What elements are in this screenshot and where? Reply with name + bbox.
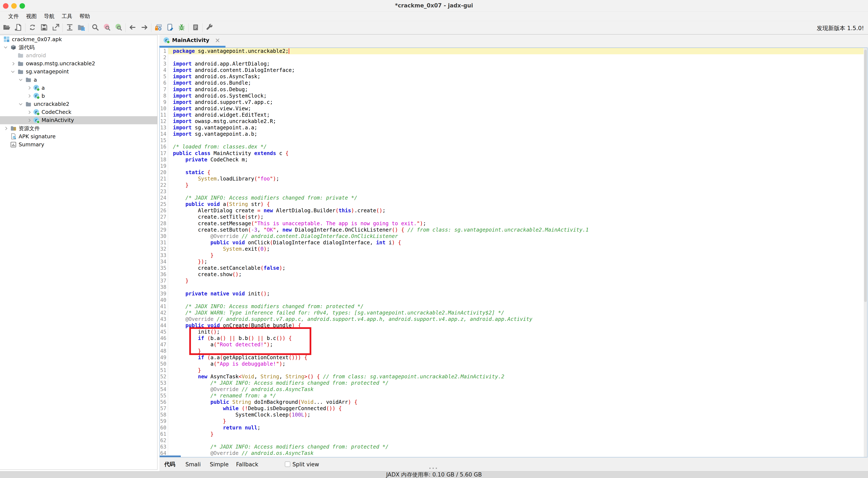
code-line-40[interactable] — [168, 297, 864, 303]
tree-item-codecheck[interactable]: cCodeCheck — [0, 108, 157, 116]
code-editor[interactable]: 1234567891011121314151617181920212223242… — [159, 48, 868, 457]
chevron-right-icon[interactable] — [26, 110, 32, 115]
tree-item-crackme_0x07-apk[interactable]: crackme_0x07.apk — [0, 35, 157, 43]
preferences-button[interactable] — [204, 23, 215, 33]
chevron-down-icon[interactable] — [18, 77, 24, 83]
chevron-down-icon[interactable] — [3, 44, 8, 50]
chevron-down-icon[interactable] — [18, 101, 24, 107]
code-line-38[interactable] — [168, 284, 864, 290]
view-tab-code[interactable]: 代码 — [164, 457, 175, 471]
chevron-right-icon[interactable] — [26, 118, 32, 123]
code-line-57[interactable]: while (!Debug.isDebuggerConnected()) { — [168, 405, 864, 412]
code-line-1[interactable]: package sg.vantagepoint.uncrackable2; — [168, 48, 864, 54]
code-line-58[interactable]: SystemClock.sleep(100L); — [168, 412, 864, 418]
panel-resize-grip[interactable] — [429, 468, 439, 469]
tree-item-summary[interactable]: Summary — [0, 140, 157, 148]
log-viewer-button[interactable] — [190, 23, 201, 33]
menu-3[interactable]: 导航 — [44, 13, 55, 20]
code-line-9[interactable]: import android.support.v7.app.c; — [168, 99, 864, 106]
code-line-25[interactable]: public void a(String str) { — [168, 201, 864, 207]
view-tab-fallback[interactable]: Fallback — [236, 457, 258, 471]
tree-item-a[interactable]: ca — [0, 84, 157, 92]
line-wrap-button[interactable] — [64, 23, 75, 33]
code-line-19[interactable] — [168, 163, 864, 169]
save-all-button[interactable] — [38, 23, 50, 33]
menu-4[interactable]: 工具 — [62, 13, 72, 20]
code-line-28[interactable]: create.setMessage("This is unacceptable.… — [168, 220, 864, 227]
code-line-36[interactable]: create.show(); — [168, 271, 864, 277]
tree-item--[interactable]: 资源文件 — [0, 124, 157, 132]
code-line-41[interactable]: /* JADX INFO: Access modifiers changed f… — [168, 303, 864, 309]
code-line-26[interactable]: AlertDialog create = new AlertDialog.Bui… — [168, 207, 864, 214]
code-line-11[interactable]: import android.widget.EditText; — [168, 112, 864, 118]
code-line-55[interactable]: /* renamed from: a */ — [168, 392, 864, 399]
menu-5[interactable]: 帮助 — [80, 13, 90, 20]
chevron-down-icon[interactable] — [10, 69, 16, 74]
code-line-32[interactable]: System.exit(0); — [168, 246, 864, 252]
code-line-62[interactable] — [168, 437, 864, 444]
code-line-49[interactable]: if (a.a(getApplicationContext())) { — [168, 354, 864, 361]
code-line-23[interactable] — [168, 188, 864, 195]
code-line-16[interactable]: /* loaded from: classes.dex */ — [168, 144, 864, 150]
chevron-right-icon[interactable] — [10, 61, 16, 66]
tree-item-mainactivity[interactable]: cMainActivity — [0, 116, 157, 124]
open-device-button[interactable] — [164, 23, 176, 33]
code-line-8[interactable]: import android.os.SystemClock; — [168, 93, 864, 99]
code-line-37[interactable]: } — [168, 277, 864, 284]
tree-item-a[interactable]: a — [0, 76, 157, 84]
tree-item-b[interactable]: cb — [0, 92, 157, 100]
code-line-3[interactable]: import android.app.AlertDialog; — [168, 61, 864, 67]
code-line-53[interactable]: /* JADX INFO: Access modifiers changed f… — [168, 380, 864, 386]
code-line-39[interactable]: private native void init(); — [168, 291, 864, 297]
tree-item-sg-vantagepoint[interactable]: sg.vantagepoint — [0, 68, 157, 76]
text-search-button[interactable] — [89, 23, 101, 33]
export-button[interactable] — [50, 23, 61, 33]
code-line-10[interactable]: import android.view.View; — [168, 106, 864, 112]
comment-search-button[interactable] — [113, 23, 124, 33]
tab-mainactivity[interactable]: c MainActivity × — [159, 35, 225, 46]
chevron-right-icon[interactable] — [26, 93, 32, 99]
code-line-12[interactable]: import owasp.mstg.uncrackable2.R; — [168, 118, 864, 124]
add-files-button[interactable] — [12, 23, 24, 33]
code-line-31[interactable]: public void onClick(DialogInterface dial… — [168, 239, 864, 246]
flat-packages-button[interactable] — [75, 23, 87, 33]
code-line-30[interactable]: @Override // android.content.DialogInter… — [168, 233, 864, 239]
vertical-scrollbar-thumb[interactable] — [864, 50, 867, 302]
code-line-63[interactable]: /* JADX INFO: Access modifiers changed f… — [168, 444, 864, 450]
vertical-scrollbar[interactable] — [864, 48, 867, 457]
open-file-button[interactable] — [1, 23, 12, 33]
code-line-17[interactable]: public class MainActivity extends c { — [168, 150, 864, 156]
code-area[interactable]: package sg.vantagepoint.uncrackable2;imp… — [168, 48, 864, 457]
code-line-29[interactable]: create.setButton(-3, "OK", new DialogInt… — [168, 227, 864, 233]
code-line-43[interactable]: @Override // android.support.v7.app.c, a… — [168, 316, 864, 322]
code-line-61[interactable]: } — [168, 431, 864, 437]
class-search-button[interactable] — [101, 23, 113, 33]
chevron-right-icon[interactable] — [26, 85, 32, 91]
code-line-2[interactable] — [168, 54, 864, 61]
code-line-21[interactable]: System.loadLibrary("foo"); — [168, 176, 864, 182]
code-line-7[interactable]: import android.os.Debug; — [168, 86, 864, 93]
code-line-4[interactable]: import android.content.DialogInterface; — [168, 67, 864, 73]
code-line-42[interactable]: /* JADX WARN: Type inference failed for:… — [168, 309, 864, 316]
code-line-15[interactable] — [168, 137, 864, 144]
tree-item-android[interactable]: android — [0, 51, 157, 59]
code-line-60[interactable]: return null; — [168, 424, 864, 431]
code-line-33[interactable]: } — [168, 252, 864, 259]
tree-item-owasp-mstg-uncrackable2[interactable]: owasp.mstg.uncrackable2 — [0, 60, 157, 68]
tree-item-apk-signature[interactable]: APK signature — [0, 132, 157, 140]
code-line-35[interactable]: create.setCancelable(false); — [168, 265, 864, 271]
menu-2[interactable]: 视图 — [26, 13, 37, 20]
debugger-button[interactable] — [176, 23, 187, 33]
code-line-14[interactable]: import sg.vantagepoint.a.b; — [168, 131, 864, 137]
code-line-59[interactable]: } — [168, 418, 864, 424]
code-line-18[interactable]: private CodeCheck m; — [168, 156, 864, 163]
code-line-20[interactable]: static { — [168, 169, 864, 176]
view-tab-smali[interactable]: Smali — [185, 457, 201, 471]
code-line-6[interactable]: import android.os.Bundle; — [168, 80, 864, 86]
nav-forward-button[interactable] — [138, 23, 150, 33]
nav-back-button[interactable] — [127, 23, 138, 33]
code-line-34[interactable]: }); — [168, 259, 864, 265]
code-line-22[interactable]: } — [168, 182, 864, 188]
view-tab-simple[interactable]: Simple — [210, 457, 229, 471]
update-notice-link[interactable]: 发现新版本 1.5.0! — [817, 24, 864, 32]
